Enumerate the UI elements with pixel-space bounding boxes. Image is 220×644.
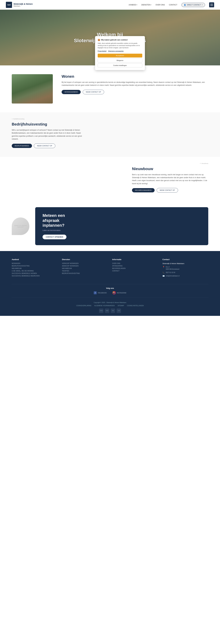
- direct-contact-button[interactable]: 👤 DIRECT CONTACT ▾: [182, 3, 205, 7]
- footer-link-diensten-bedrijf[interactable]: BEDRIJFSHUISVESTING: [62, 272, 108, 274]
- footer-diensten-column: Diensten VERKOOP WONINGEN AANKOOP WONING…: [62, 258, 108, 278]
- cookie-accept-button[interactable]: Accepteren: [98, 54, 142, 58]
- facebook-icon: f: [94, 291, 97, 294]
- footer-phone-item: 📞 0527 61 02 60: [162, 272, 208, 274]
- nieuwbouw-aanbod-button[interactable]: NIEUWBOUWAANBOD: [132, 188, 154, 192]
- footer-link-woningen[interactable]: WONINGEN: [12, 262, 58, 264]
- footer-company-name: Sloterwijk & Heinen Makelaars: [162, 262, 208, 264]
- footer-address-text: Ecu 2 8305 BA Emmeloord: [166, 266, 179, 270]
- email-icon: ✉️: [162, 275, 165, 277]
- nieuwbouw-contact-button[interactable]: NEEM CONTACT OP: [157, 188, 178, 192]
- chevron-down-icon: ▾: [151, 4, 151, 6]
- footer-informatie-title: Informatie: [112, 258, 158, 260]
- footer-email-item: ✉️ info@shmakelaars.nl: [162, 275, 208, 277]
- footer-link-diensten-nieuwbouw[interactable]: NIEUWBOUW: [62, 268, 108, 269]
- wonen-image: [12, 74, 53, 104]
- wonen-text: Bij het kopen of verkopen van een woning…: [62, 81, 208, 87]
- bedrijf-text: Wilt u uw bedrijfspand verkopen of verhu…: [12, 128, 85, 140]
- nav-item-aanbod[interactable]: AANBOD ▾: [129, 4, 137, 6]
- wonen-title: Wonen: [62, 74, 208, 79]
- badge-3: RB: [111, 308, 115, 313]
- cookie-header: 🍪 Wij maken gebruik van cookies!: [98, 39, 142, 41]
- nav-item-contact[interactable]: CONTACT: [169, 4, 177, 6]
- cookieverklaring-link[interactable]: COOKIEVERKLARING: [76, 305, 91, 306]
- footer-link-succesvol-bedrijven[interactable]: SUCCESVOL BEMIDDELD BEDRIJVEN: [12, 275, 58, 277]
- hero-section: Welkom bij Sloterwijk & Heinen Makelaars…: [0, 10, 220, 66]
- sitemap-link[interactable]: SITEMAP: [118, 305, 124, 306]
- footer-link-sponsoring[interactable]: SPONSORING: [112, 265, 158, 267]
- wonen-section: Wonen Bij het kopen of verkopen van een …: [0, 66, 220, 112]
- nieuwbouw-text: Bent u op zoek naar een nieuwbouw woning…: [132, 173, 208, 185]
- footer-badges: NVM VBO RB VvE: [12, 308, 208, 313]
- terms-link[interactable]: Algemene voorwaarden: [108, 50, 124, 52]
- wonen-contact-button[interactable]: NEEM CONTACT OP: [83, 90, 104, 94]
- chevron-down-icon: ▾: [136, 4, 137, 6]
- bedrijf-title: Bedrijfshuisvesting: [12, 122, 208, 126]
- footer-social-links: f FACEBOOK 📷 INSTAGRAM: [12, 291, 208, 294]
- footer-link-taxaties[interactable]: TAXATIES: [62, 270, 108, 272]
- footer-link-verkoop[interactable]: VERKOOP WONINGEN: [62, 262, 108, 264]
- footer: Aanbod WONINGEN BEDRIJFSHUISVESTING NIEU…: [0, 251, 220, 316]
- footer-link-bedrijfshuisvesting[interactable]: BEDRIJFSHUISVESTING: [12, 265, 58, 267]
- hamburger-menu-button[interactable]: [209, 2, 214, 7]
- logo-icon: S&H: [6, 2, 12, 8]
- afspraak-image-label: Meteen een afspraak inplannen?: [12, 225, 29, 228]
- afspraak-contact-button[interactable]: CONTACT OPNEMEN: [42, 234, 66, 239]
- footer-phone-text: 0527 61 02 60: [166, 272, 175, 274]
- privacy-policy-link[interactable]: Privacybeleid: [98, 50, 106, 52]
- copyright-text: Copyright © 2025 - Sloterwijk & Heinen M…: [12, 302, 208, 304]
- location-icon: 📍: [162, 266, 165, 268]
- footer-contact-title: Contact: [162, 258, 208, 260]
- nieuwbouw-title: Nieuwbouw: [132, 166, 208, 171]
- facebook-link[interactable]: f FACEBOOK: [94, 291, 107, 294]
- footer-link-succesvol-wonen[interactable]: SUCCESVOL BEMIDDELD WONEN: [12, 272, 58, 274]
- footer-link-nieuwbouw[interactable]: NIEUWBOUW: [12, 268, 58, 269]
- hamburger-icon: [210, 4, 213, 6]
- chevron-down-icon: ▾: [202, 4, 202, 6]
- wonen-aanbod-button[interactable]: WONINGAANBOD: [62, 90, 81, 94]
- nav-menu: AANBOD ▾ DIENSTEN ▾ OVER ONS CONTACT 👤 D…: [129, 2, 214, 7]
- footer-grid: Aanbod WONINGEN BEDRIJFSHUISVESTING NIEU…: [12, 258, 208, 278]
- afspraak-person-image: Meteen een afspraak inplannen?: [12, 218, 29, 235]
- afspraak-card: Meteen een afspraak inplannen? Laten we …: [35, 207, 208, 245]
- footer-contact-column: Contact Sloterwijk & Heinen Makelaars 📍 …: [162, 258, 208, 278]
- person-icon: 👤: [184, 4, 186, 6]
- cookie-icon: 🍪: [98, 39, 100, 41]
- cookie-reject-button[interactable]: Weigeren: [98, 58, 142, 62]
- footer-aanbod-column: Aanbod WONINGEN BEDRIJFSHUISVESTING NIEU…: [12, 258, 58, 278]
- footer-informatie-column: Informatie OVER ONS SPONSORING BEOORDELI…: [112, 258, 158, 278]
- bedrijf-label-tag: Bedrijfshuisvesting: [12, 118, 208, 120]
- phone-icon: 📞: [162, 272, 165, 274]
- cookie-settings-button[interactable]: Cookie-instellingen: [98, 63, 142, 68]
- instagram-icon: 📷: [113, 291, 116, 294]
- nav-item-diensten[interactable]: DIENSTEN ▾: [142, 4, 152, 6]
- footer-bottom-links: COOKIEVERKLARING ALGEMENE VOORWAARDEN SI…: [12, 305, 208, 306]
- nieuwbouw-inner: Nieuwbouw Nieuwbouw Bent u op zoek naar …: [132, 163, 208, 193]
- badge-1: NVM: [99, 308, 104, 313]
- badge-4: VvE: [116, 308, 121, 313]
- bedrijf-aanbod-button[interactable]: BEDRIJFSAANBOD: [12, 144, 32, 148]
- afspraak-section: Meteen een afspraak inplannen? Meteen ee…: [0, 201, 220, 251]
- navbar: S&H Sloterwijk & Heinen Makelaars AANBOD…: [0, 0, 220, 10]
- footer-link-aankoop[interactable]: AANKOOP WONINGEN: [62, 265, 108, 267]
- bedrijf-contact-button[interactable]: NEEM CONTACT OP: [34, 144, 55, 148]
- nieuwbouw-content: Nieuwbouw Bent u op zoek naar een nieuwb…: [132, 166, 208, 193]
- footer-address-item: 📍 Ecu 2 8305 BA Emmeloord: [162, 266, 208, 270]
- brand-name: Sloterwijk & Heinen Makelaars: [14, 3, 33, 7]
- instagram-link[interactable]: 📷 INSTAGRAM: [113, 291, 126, 294]
- badge-2: VBO: [105, 308, 109, 313]
- footer-social-title: Volg ons: [12, 287, 208, 289]
- footer-link-contact[interactable]: CONTACT: [112, 270, 158, 272]
- cookie-instellingen-link[interactable]: COOKIE-INSTELLINGEN: [127, 305, 144, 306]
- cookie-buttons: Accepteren Weigeren Cookie-instellingen: [98, 54, 142, 68]
- afspraak-card-title: Meteen een afspraak inplannen?: [42, 213, 201, 228]
- footer-link-beoordelingen[interactable]: BEOORDELINGEN: [112, 268, 158, 269]
- nieuwbouw-label-tag: Nieuwbouw: [200, 163, 208, 164]
- nav-item-overons[interactable]: OVER ONS: [156, 4, 165, 6]
- cookie-text: Hallo, deze website gebruikt essentiële …: [98, 42, 142, 49]
- footer-link-kavel[interactable]: U DE KAVEL, WIJ DE WONING: [12, 270, 58, 272]
- algemene-voorwaarden-link[interactable]: ALGEMENE VOORWAARDEN: [94, 305, 114, 306]
- footer-link-overons[interactable]: OVER ONS: [112, 262, 158, 264]
- brand-logo[interactable]: S&H Sloterwijk & Heinen Makelaars: [6, 2, 33, 8]
- footer-social: Volg ons f FACEBOOK 📷 INSTAGRAM: [12, 284, 208, 297]
